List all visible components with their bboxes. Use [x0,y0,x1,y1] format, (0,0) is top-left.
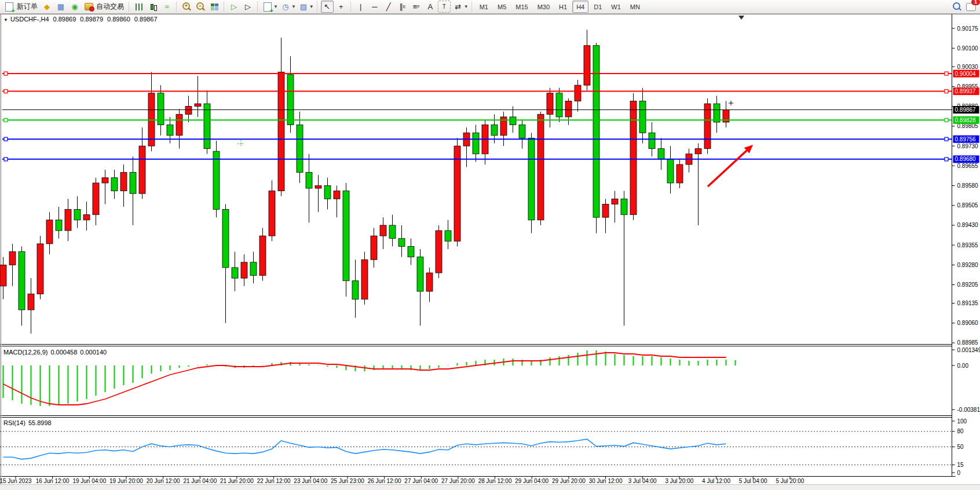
chat-icon[interactable]: 1 [964,1,977,13]
svg-text:15: 15 [957,462,964,468]
timeframe-H4[interactable]: H4 [572,1,588,13]
svg-text:0.90030: 0.90030 [957,64,979,70]
autotrade-label[interactable]: 自动交易 [96,2,124,12]
close-value: 0.89867 [134,16,158,23]
chevron-down-icon[interactable]: ▼ [309,4,314,9]
trend-arrow-annotation[interactable] [708,145,753,187]
svg-text:30 Jun 12:00: 30 Jun 12:00 [589,478,623,484]
svg-text:4 Jul 12:00: 4 Jul 12:00 [702,478,730,484]
svg-text:0.89756: 0.89756 [955,136,977,142]
shift-marker[interactable] [738,16,744,20]
collapse-icon[interactable]: ▼ [3,17,8,23]
timeframe-D1[interactable]: D1 [590,1,606,13]
timeframe-M5[interactable]: M5 [493,1,510,13]
rsi-line [3,439,726,459]
macd-label: MACD(12,26,9)0.0004580.000140 [3,349,109,356]
bar-chart-icon[interactable] [133,1,145,13]
template-dropdown-icon[interactable]: ▨ [297,1,310,13]
svg-text:80: 80 [957,428,964,434]
chart-window-icon[interactable]: ▦ [54,1,67,13]
zoom-in-icon[interactable] [180,1,193,13]
svg-text:27 Jun 20:00: 27 Jun 20:00 [441,478,475,484]
svg-text:0.89867: 0.89867 [955,107,977,113]
svg-text:29 Jun 20:00: 29 Jun 20:00 [552,478,586,484]
hline-0.90004[interactable] [2,72,952,75]
svg-text:19 Jun 04:00: 19 Jun 04:00 [72,478,106,484]
equidistant-channel-icon[interactable]: ∥E [396,1,409,13]
svg-text:5 Jul 20:00: 5 Jul 20:00 [776,478,804,484]
autotrade-icon[interactable] [82,1,95,13]
svg-text:16 Jun 12:00: 16 Jun 12:00 [36,478,70,484]
trendline-icon[interactable]: ╱ [382,1,395,13]
svg-text:0: 0 [957,470,961,476]
high-value: 0.89879 [80,16,103,23]
open-value: 0.89869 [53,16,76,23]
separator [350,2,352,12]
arrange-windows-icon[interactable]: ▷ [228,1,240,13]
rsi-label: RSI(14)55.8998 [3,419,54,426]
svg-text:28 Jun 12:00: 28 Jun 12:00 [478,478,512,484]
separator [471,2,473,12]
rsi-panel [0,432,952,465]
arrows-dropdown-icon[interactable]: ⇄ [452,1,465,13]
svg-text:0.89828: 0.89828 [955,117,977,123]
hline-0.89937[interactable] [2,90,952,93]
svg-text:15 Jun 2023: 15 Jun 2023 [0,478,32,484]
svg-text:-0.00381: -0.00381 [957,407,980,413]
zoom-out-icon[interactable] [194,1,207,13]
svg-text:0.001349: 0.001349 [957,347,980,353]
chart-markers [237,16,744,147]
separator [224,2,225,12]
hline-0.89828[interactable] [2,118,952,122]
fibonacci-icon[interactable]: ≡F [410,1,423,13]
svg-text:0.89505: 0.89505 [957,202,979,209]
search-icon[interactable] [950,1,963,13]
time-axis: 15 Jun 202316 Jun 12:0019 Jun 04:0019 Ju… [0,476,805,484]
timeframe-H1[interactable]: H1 [555,1,571,13]
separator [176,2,177,12]
svg-text:0.90175: 0.90175 [957,25,979,32]
vertical-line-icon[interactable]: | [354,1,367,13]
timeframe-MN[interactable]: MN [626,1,644,13]
tile-windows-icon[interactable] [208,1,221,13]
svg-text:21 Jun 20:00: 21 Jun 20:00 [220,478,254,484]
svg-text:25 Jun 23:00: 25 Jun 23:00 [331,478,364,484]
svg-text:3 Jul 20:00: 3 Jul 20:00 [665,478,693,484]
crayon-icon[interactable]: ◆ [41,1,53,13]
svg-text:0.89355: 0.89355 [957,242,979,248]
arrange-tick-icon[interactable]: ▷ [242,1,254,13]
signal-icon[interactable]: ◉ [68,1,81,13]
period-dropdown-icon[interactable]: ◷ [279,1,292,13]
separator [317,2,318,12]
svg-text:0.89730: 0.89730 [957,143,979,149]
text-label-icon[interactable]: T [438,1,451,13]
text-icon[interactable]: A [424,1,437,13]
horizontal-line-icon[interactable]: ─ [368,1,381,13]
timeframe-W1[interactable]: W1 [607,1,625,13]
cursor-icon[interactable]: ↖ [321,1,334,13]
line-chart-icon[interactable]: ≈ [160,1,173,13]
timeframe-M30[interactable]: M30 [533,1,554,13]
timeframe-M1[interactable]: M1 [476,1,492,13]
new-order-icon[interactable] [3,1,16,13]
separator [257,2,258,12]
svg-text:0.89135: 0.89135 [957,300,979,306]
crosshair-icon[interactable]: + [335,1,348,13]
candlestick-chart-icon[interactable] [147,1,159,13]
panel-borders [0,14,980,490]
chevron-down-icon[interactable]: ▼ [273,4,278,9]
new-order-label[interactable]: 新订单 [17,2,38,12]
timeframe-M15[interactable]: M15 [511,1,532,13]
chart-title: ▼USDCHF-,H40.898690.898790.898600.89867 [3,16,158,23]
chevron-down-icon[interactable]: ▼ [464,4,469,9]
svg-text:0.00: 0.00 [957,363,969,369]
new-chart-dropdown-icon[interactable] [261,1,274,13]
svg-text:0.89805: 0.89805 [957,123,979,129]
price-chart[interactable]: 0.901750.901000.900300.899550.898800.898… [0,14,980,490]
macd-value: 0.000458 [50,349,77,356]
svg-text:29 Jun 04:00: 29 Jun 04:00 [515,478,548,484]
rsi-value: 55.8998 [28,419,52,426]
chevron-down-icon[interactable]: ▼ [291,4,296,9]
svg-text:21 Jun 04:00: 21 Jun 04:00 [183,478,217,484]
svg-text:0.89430: 0.89430 [957,222,979,228]
